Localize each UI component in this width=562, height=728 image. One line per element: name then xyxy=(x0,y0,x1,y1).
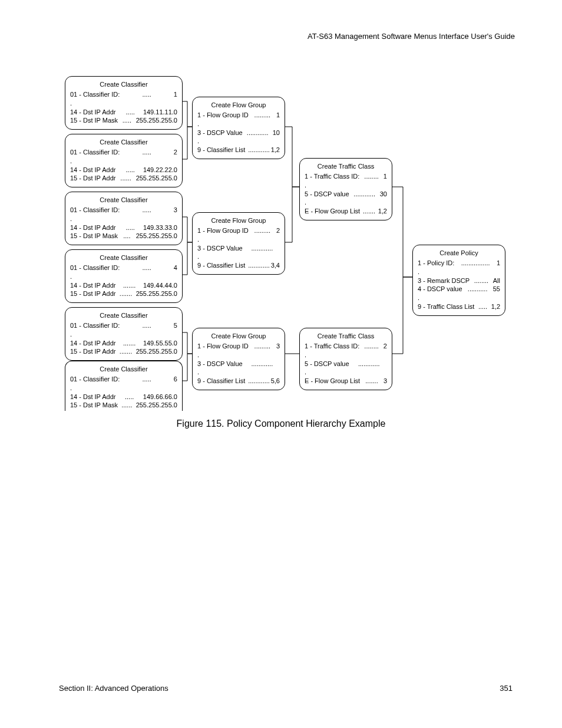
dscp-label: 3 - DSCP Value xyxy=(197,244,243,253)
classifier-box-1: Create Classifier 01 - Classifier ID: ..… xyxy=(65,76,183,130)
list-label: 9 - Classifier List xyxy=(197,261,245,270)
id-val: 6 xyxy=(174,375,177,384)
classifier-box-5: Create Classifier 01 - Classifier ID: ..… xyxy=(65,307,183,361)
id-val: 1 xyxy=(497,259,500,268)
addr-label: 14 - Dst IP Addr xyxy=(70,108,115,117)
addr-val: 149.11.11.0 xyxy=(143,108,177,117)
classifier-box-4: Create Classifier 01 - Classifier ID: ..… xyxy=(65,249,183,303)
id-label: 1 - Flow Group ID xyxy=(197,111,249,120)
dscp-label: 3 - DSCP Value xyxy=(197,129,243,137)
box-title: Create Classifier xyxy=(70,80,177,89)
mask-label: 15 - Dst IP Addr xyxy=(70,347,115,356)
id-val: 3 xyxy=(276,342,280,351)
box-title: Create Flow Group xyxy=(197,332,280,341)
box-title: Create Flow Group xyxy=(197,101,280,110)
flowgroup-box-2: Create Flow Group 1 - Flow Group ID ....… xyxy=(192,212,285,275)
flowgroup-box-1: Create Flow Group 1 - Flow Group ID ....… xyxy=(192,97,285,159)
dscp-label: 3 - DSCP Value xyxy=(197,360,243,368)
id-val: 1 xyxy=(174,90,177,99)
id-val: 2 xyxy=(384,342,387,351)
list-val: 1,2 xyxy=(491,302,500,311)
mask-val: 255.255.255.0 xyxy=(136,401,177,410)
addr-label: 14 - Dst IP Addr xyxy=(70,339,115,348)
list-label: E - Flow Group List xyxy=(305,207,360,216)
addr-val: 149.33.33.0 xyxy=(143,223,177,232)
dscp-label: 5 - DSCP value xyxy=(305,190,349,199)
list-label: 9 - Traffic Class List xyxy=(418,302,474,311)
mask-val: 255.255.255.0 xyxy=(136,347,177,356)
addr-label: 14 - Dst IP Addr xyxy=(70,166,115,174)
box-title: Create Classifier xyxy=(70,365,177,374)
id-label: 1 - Flow Group ID xyxy=(197,342,249,351)
id-label: 01 - Classifier ID: xyxy=(70,375,120,384)
id-val: 1 xyxy=(384,172,387,181)
policy-box: Create Policy 1 - Policy ID: ...........… xyxy=(412,245,505,316)
addr-label: 14 - Dst IP Addr xyxy=(70,393,115,401)
box-title: Create Classifier xyxy=(70,196,177,205)
list-label: 9 - Classifier List xyxy=(197,146,245,154)
mask-label: 15 - Dst IP Mask xyxy=(70,116,118,125)
remark-val: All xyxy=(493,276,500,285)
mask-val: 255.255.255.0 xyxy=(136,174,177,183)
addr-val: 149.44.44.0 xyxy=(143,281,177,290)
mask-label: 15 - Dst IP Addr xyxy=(70,289,115,298)
footer-page-number: 351 xyxy=(500,684,513,693)
traffic-box-2: Create Traffic Class 1 - Traffic Class I… xyxy=(299,328,392,390)
box-title: Create Classifier xyxy=(70,311,177,320)
list-val: 1,2 xyxy=(378,207,387,216)
addr-val: 149.22.22.0 xyxy=(143,166,177,174)
dscp-label: 4 - DSCP value xyxy=(418,285,462,294)
list-val: 3 xyxy=(384,377,387,386)
box-title: Create Traffic Class xyxy=(305,332,387,341)
addr-val: 149.66.66.0 xyxy=(143,393,177,401)
id-val: 2 xyxy=(276,226,280,235)
id-label: 1 - Policy ID: xyxy=(418,259,454,268)
id-val: 3 xyxy=(174,206,177,215)
traffic-box-1: Create Traffic Class 1 - Traffic Class I… xyxy=(299,158,392,220)
box-title: Create Classifier xyxy=(70,253,177,262)
list-label: E - Flow Group List xyxy=(305,377,360,386)
classifier-box-6: Create Classifier 01 - Classifier ID: ..… xyxy=(65,361,183,411)
dscp-val: 55 xyxy=(493,285,500,294)
id-val: 4 xyxy=(174,263,177,272)
classifier-box-2: Create Classifier 01 - Classifier ID: ..… xyxy=(65,134,183,187)
mask-label: 15 - Dst IP Mask xyxy=(70,232,118,241)
mask-val: 255.255.255.0 xyxy=(136,116,177,125)
id-label: 01 - Classifier ID: xyxy=(70,206,120,215)
list-label: 9 - Classifier List xyxy=(197,377,245,386)
addr-val: 149.55.55.0 xyxy=(143,339,177,348)
id-label: 1 - Traffic Class ID: xyxy=(305,172,359,181)
figure-caption: Figure 115. Policy Component Hierarchy E… xyxy=(0,419,562,429)
list-val: 3,4 xyxy=(271,261,280,270)
mask-val: 255.255.255.0 xyxy=(136,289,177,298)
addr-label: 14 - Dst IP Addr xyxy=(70,223,115,232)
box-title: Create Policy xyxy=(418,249,500,258)
list-val: 5,6 xyxy=(271,377,280,386)
id-label: 01 - Classifier ID: xyxy=(70,321,120,330)
dscp-label: 5 - DSCP value xyxy=(305,360,349,368)
id-label: 01 - Classifier ID: xyxy=(70,148,120,157)
id-val: 2 xyxy=(174,148,177,157)
box-title: Create Flow Group xyxy=(197,216,280,225)
document-page: AT-S63 Management Software Menus Interfa… xyxy=(0,0,562,728)
flowgroup-box-3: Create Flow Group 1 - Flow Group ID ....… xyxy=(192,328,285,390)
page-header: AT-S63 Management Software Menus Interfa… xyxy=(308,32,515,41)
addr-label: 14 - Dst IP Addr xyxy=(70,281,115,290)
mask-label: 15 - Dst IP Addr xyxy=(70,174,115,183)
remark-label: 3 - Remark DSCP xyxy=(418,276,470,285)
classifier-box-3: Create Classifier 01 - Classifier ID: ..… xyxy=(65,192,183,245)
id-val: 1 xyxy=(276,111,280,120)
dscp-val: 10 xyxy=(273,129,280,137)
box-title: Create Traffic Class xyxy=(305,162,387,171)
id-label: 1 - Traffic Class ID: xyxy=(305,342,359,351)
box-title: Create Classifier xyxy=(70,138,177,147)
id-label: 01 - Classifier ID: xyxy=(70,90,120,99)
id-label: 01 - Classifier ID: xyxy=(70,263,120,272)
mask-label: 15 - Dst IP Mask xyxy=(70,401,118,410)
dscp-val: 30 xyxy=(380,190,387,199)
mask-val: 255.255.255.0 xyxy=(136,232,177,241)
id-label: 1 - Flow Group ID xyxy=(197,226,249,235)
id-val: 5 xyxy=(174,321,177,330)
list-val: 1,2 xyxy=(271,146,280,154)
footer-section: Section II: Advanced Operations xyxy=(59,684,168,693)
